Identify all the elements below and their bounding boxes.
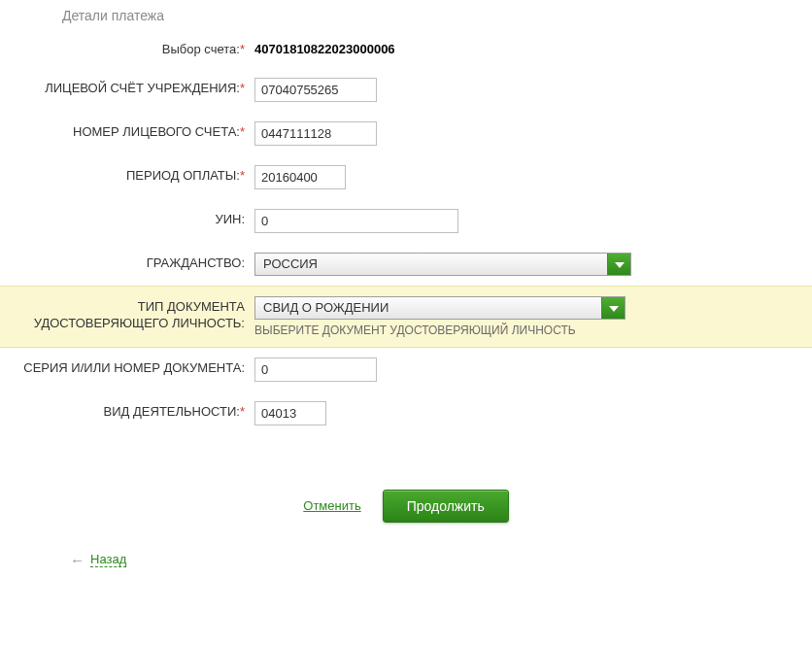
value-account-select: 40701810822023000006 xyxy=(251,39,395,56)
select-doc-type[interactable]: СВИД О РОЖДЕНИИ xyxy=(254,296,626,320)
input-period[interactable] xyxy=(254,165,346,189)
row-doc-type: ТИП ДОКУМЕНТА УДОСТОВЕРЯЮЩЕГО ЛИЧНОСТЬ: … xyxy=(0,286,812,348)
input-personal-account[interactable] xyxy=(254,121,377,146)
chevron-down-icon xyxy=(601,297,625,319)
label-personal-account: НОМЕР ЛИЦЕВОГО СЧЕТА:* xyxy=(0,121,251,141)
input-institution-account[interactable] xyxy=(254,78,377,102)
row-doc-number: СЕРИЯ И/ИЛИ НОМЕР ДОКУМЕНТА: xyxy=(0,348,812,391)
row-uin: УИН: xyxy=(0,199,812,243)
back-row: ← Назад xyxy=(0,552,812,568)
arrow-left-icon: ← xyxy=(70,552,85,568)
chevron-down-icon xyxy=(607,254,630,275)
section-title: Детали платежа xyxy=(0,0,812,29)
doc-type-hint: ВЫБЕРИТЕ ДОКУМЕНТ УДОСТОВЕРЯЮЩИЙ ЛИЧНОСТ… xyxy=(254,323,626,337)
label-account-select: Выбор счета:* xyxy=(0,39,251,58)
row-activity: ВИД ДЕЯТЕЛЬНОСТИ:* xyxy=(0,391,812,435)
input-uin[interactable] xyxy=(254,209,458,233)
back-link[interactable]: Назад xyxy=(90,552,126,567)
label-uin: УИН: xyxy=(0,209,251,228)
select-citizenship-value: РОССИЯ xyxy=(255,254,630,275)
row-citizenship: ГРАЖДАНСТВО: РОССИЯ xyxy=(0,243,812,286)
label-citizenship: ГРАЖДАНСТВО: xyxy=(0,253,251,272)
row-account-select: Выбор счета:* 40701810822023000006 xyxy=(0,29,812,68)
row-personal-account: НОМЕР ЛИЦЕВОГО СЧЕТА:* xyxy=(0,112,812,155)
continue-button[interactable]: Продолжить xyxy=(383,490,509,523)
cancel-link[interactable]: Отменить xyxy=(303,498,360,513)
select-doc-type-value: СВИД О РОЖДЕНИИ xyxy=(255,297,625,319)
label-period: ПЕРИОД ОПЛАТЫ:* xyxy=(0,165,251,185)
row-period: ПЕРИОД ОПЛАТЫ:* xyxy=(0,155,812,199)
row-institution-account: ЛИЦЕВОЙ СЧЁТ УЧРЕЖДЕНИЯ:* xyxy=(0,68,812,112)
label-activity: ВИД ДЕЯТЕЛЬНОСТИ:* xyxy=(0,401,251,421)
input-activity[interactable] xyxy=(254,401,326,425)
label-institution-account: ЛИЦЕВОЙ СЧЁТ УЧРЕЖДЕНИЯ:* xyxy=(0,78,251,97)
actions-bar: Отменить Продолжить xyxy=(0,490,812,523)
label-doc-type: ТИП ДОКУМЕНТА УДОСТОВЕРЯЮЩЕГО ЛИЧНОСТЬ: xyxy=(0,296,251,332)
label-doc-number: СЕРИЯ И/ИЛИ НОМЕР ДОКУМЕНТА: xyxy=(0,357,251,377)
input-doc-number[interactable] xyxy=(254,357,377,382)
select-citizenship[interactable]: РОССИЯ xyxy=(254,253,631,276)
